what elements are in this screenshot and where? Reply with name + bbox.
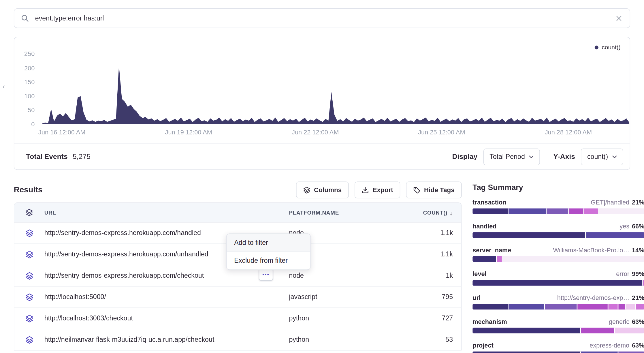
results-table: URL PLATFORM.NAME COUNT() ↓ http://sentr… (14, 202, 462, 351)
chart-legend[interactable]: count() (595, 44, 621, 50)
tag-value: GET|/handled (591, 199, 629, 206)
chart-plot-area: 050100150200250 Jun 16 12:00 AMJun 19 12… (42, 54, 630, 124)
row-stack-cell (14, 293, 44, 301)
platform-column-header[interactable]: PLATFORM.NAME (289, 209, 393, 216)
menu-item-add-to-filter[interactable]: Add to filter (227, 234, 310, 252)
tag-list: transaction GET|/handled 21% handled yes… (472, 199, 644, 353)
export-icon (362, 186, 369, 194)
table-row[interactable]: http://localhost:3003/checkout python 72… (14, 308, 461, 329)
tag-bar-segment (472, 256, 496, 262)
search-input[interactable] (34, 14, 610, 22)
row-actions-button[interactable]: ••• (259, 268, 273, 281)
platform-text[interactable]: python (289, 315, 393, 322)
tag-bar-segment (615, 328, 644, 333)
tag-value: Williams-MacBook-Pro.lo… (553, 246, 629, 254)
y-axis-tick: 150 (15, 78, 35, 86)
tag-value: express-demo (590, 342, 629, 349)
url-text[interactable]: http://localhost:3003/checkout (44, 315, 289, 322)
count-text[interactable]: 1.1k (393, 251, 461, 258)
stack-column-header[interactable] (14, 209, 44, 216)
tag-bar-segment (584, 208, 598, 214)
tag-bar-segment (472, 304, 509, 309)
export-button-label: Export (373, 186, 393, 194)
tag-bar-segment (545, 304, 577, 309)
tag-percent: 21% (632, 294, 644, 301)
tag-value: generic (609, 318, 629, 325)
total-events-label: Total Events (26, 153, 68, 161)
columns-button-label: Columns (314, 186, 342, 194)
url-text[interactable]: http://localhost:5000/ (44, 293, 289, 301)
y-axis-tick: 250 (15, 50, 35, 57)
clear-search-button[interactable] (615, 14, 623, 22)
url-text[interactable]: http://neilmanvar-flask-m3uuizd7iq-uc.a.… (44, 336, 289, 343)
display-dropdown-value: Total Period (489, 153, 525, 160)
layers-icon (25, 229, 33, 237)
table-row[interactable]: http://neilmanvar-flask-m3uuizd7iq-uc.a.… (14, 329, 461, 351)
layers-icon (25, 293, 33, 301)
hide-tags-button-label: Hide Tags (424, 186, 455, 194)
tag-row: handled yes 66% (472, 223, 644, 238)
hide-tags-button[interactable]: Hide Tags (406, 182, 462, 198)
tag-bar[interactable] (472, 328, 644, 333)
tag-bar[interactable] (472, 208, 644, 214)
export-button[interactable]: Export (355, 182, 400, 198)
tag-value: yes (619, 223, 629, 230)
tag-bar-segment (577, 304, 608, 309)
count-text[interactable]: 53 (393, 336, 461, 343)
platform-text[interactable]: javascript (289, 293, 393, 301)
columns-icon (303, 186, 310, 194)
total-events-value: 5,275 (73, 153, 91, 161)
columns-button[interactable]: Columns (296, 182, 349, 198)
tag-row: server_name Williams-MacBook-Pro.lo… 14% (472, 246, 644, 262)
tag-name: server_name (472, 246, 511, 254)
count-text[interactable]: 795 (393, 293, 461, 301)
tag-row: mechanism generic 63% (472, 318, 644, 333)
count-text[interactable]: 1.1k (393, 229, 461, 237)
x-axis-tick: Jun 28 12:00 AM (545, 128, 592, 136)
count-text[interactable]: 727 (393, 315, 461, 322)
tag-summary-panel: Tag Summary transaction GET|/handled 21%… (472, 183, 644, 353)
tag-bar[interactable] (472, 232, 644, 238)
discover-page: ‹ count() 050100150200250 Jun 16 12:00 A… (0, 0, 644, 353)
tag-bar[interactable] (472, 352, 644, 353)
tag-name: mechanism (472, 318, 507, 325)
table-row[interactable]: http://localhost:5000/ javascript 795 (14, 287, 461, 308)
search-bar[interactable] (14, 8, 630, 28)
x-axis: Jun 16 12:00 AMJun 19 12:00 AMJun 22 12:… (42, 124, 630, 136)
tag-percent: 21% (632, 199, 644, 206)
tag-row: transaction GET|/handled 21% (472, 199, 644, 214)
tag-bar-segment (636, 304, 644, 309)
count-column-header[interactable]: COUNT() ↓ (393, 209, 461, 216)
events-area-chart (42, 54, 630, 124)
tag-name: handled (472, 223, 496, 230)
count-text[interactable]: 1k (393, 272, 461, 279)
chevron-down-icon (529, 155, 534, 158)
layers-icon (25, 250, 33, 258)
tag-bar-segment (626, 304, 636, 309)
url-column-header[interactable]: URL (44, 209, 289, 216)
platform-text[interactable]: python (289, 336, 393, 343)
results-title: Results (14, 185, 43, 195)
tag-row: level error 99% (472, 270, 644, 286)
layers-icon (25, 336, 33, 344)
sidebar-collapse-icon[interactable]: ‹ (3, 83, 5, 90)
url-text[interactable]: http://sentry-demos-express.herokuapp.co… (44, 272, 289, 279)
tag-bar-segment (569, 208, 584, 214)
results-header: Results Columns Export Hide Tags (14, 182, 462, 198)
events-chart-panel: count() 050100150200250 Jun 16 12:00 AMJ… (14, 37, 630, 170)
tag-bar[interactable] (472, 280, 644, 286)
tag-value: error (616, 270, 629, 277)
tag-percent: 66% (632, 223, 644, 230)
tag-bar-segment (509, 304, 545, 309)
tag-name: project (472, 342, 494, 349)
platform-text[interactable]: node (289, 272, 393, 279)
cell-actions-menu: Add to filter Exclude from filter (226, 233, 311, 270)
tag-bar-segment (497, 256, 502, 262)
tag-bar[interactable] (472, 304, 644, 309)
tag-bar[interactable] (472, 256, 644, 262)
menu-item-exclude-from-filter[interactable]: Exclude from filter (227, 252, 310, 269)
tag-row: url http://sentry-demos-exp… 21% (472, 294, 644, 310)
display-dropdown[interactable]: Total Period (483, 148, 540, 165)
tag-bar-segment (547, 208, 569, 214)
y-axis-dropdown[interactable]: count() (581, 148, 623, 165)
